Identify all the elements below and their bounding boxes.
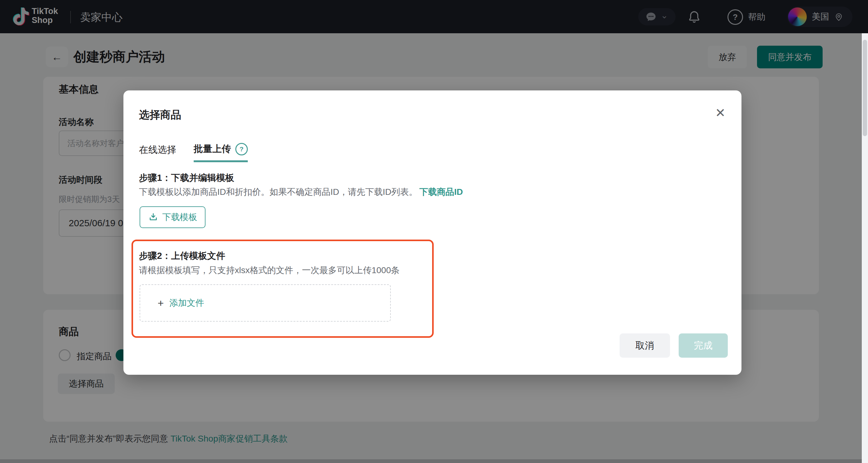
download-product-id-link[interactable]: 下载商品ID [420,187,463,197]
done-button-disabled[interactable]: 完成 [679,333,728,358]
plus-icon: + [158,298,164,308]
download-icon [148,212,159,223]
close-icon[interactable]: ✕ [713,105,728,120]
add-file-label: 添加文件 [169,297,204,309]
select-products-modal: 选择商品 ✕ 在线选择 批量上传 ? 步骤1：下载并编辑模板 下载模板以添加商品… [123,91,741,375]
modal-tabs: 在线选择 批量上传 ? [139,143,248,162]
file-upload-dropzone[interactable]: + 添加文件 [140,284,391,322]
step2-description: 请根据模板填写，只支持xlsx格式的文件，一次最多可以上传1000条 [139,264,400,276]
modal-title: 选择商品 [139,108,181,122]
step1-description: 下载模板以添加商品ID和折扣价。如果不确定商品ID，请先下载ID列表。下载商品I… [139,186,463,198]
scrollbar-thumb[interactable] [863,40,867,136]
tab-batch-upload[interactable]: 批量上传 ? [194,143,248,162]
tab-help-icon[interactable]: ? [235,143,248,155]
seller-center-app: TikTok Shop 卖家中心 ⌄ ? 帮助 美国 [0,0,868,463]
tab-online-select[interactable]: 在线选择 [139,143,176,162]
download-template-button[interactable]: 下载模板 [140,206,206,228]
cancel-button[interactable]: 取消 [620,333,670,358]
step1-title: 步骤1：下载并编辑模板 [139,172,234,184]
step2-title: 步骤2：上传模板文件 [139,250,225,262]
